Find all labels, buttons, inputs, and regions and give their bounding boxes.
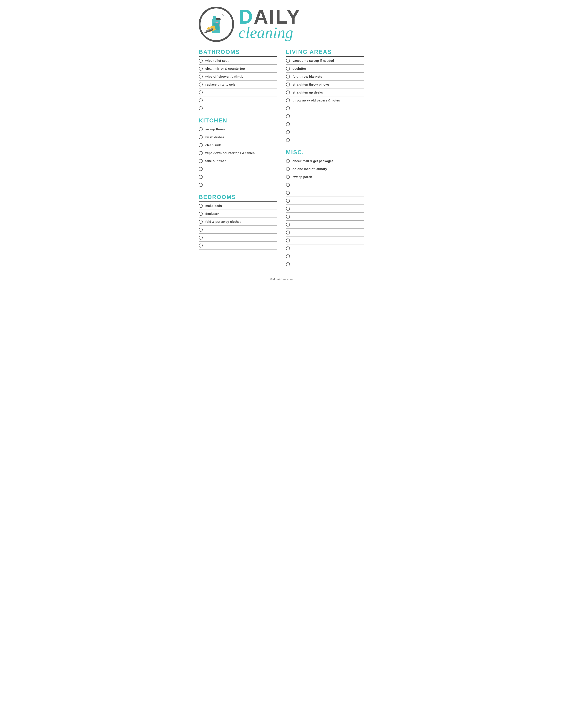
item-label <box>205 244 206 247</box>
list-item-empty <box>286 128 364 136</box>
svg-rect-1 <box>213 16 216 20</box>
checkbox[interactable] <box>286 191 290 195</box>
svg-rect-2 <box>216 18 220 20</box>
item-label: declutter <box>205 212 219 216</box>
footer: ©Mom4Real.com <box>199 278 364 281</box>
list-item: replace dirty towels <box>199 81 277 88</box>
list-item: check mail & get packages <box>286 157 364 165</box>
list-item-empty <box>199 173 277 181</box>
svg-point-3 <box>221 17 222 17</box>
checkbox[interactable] <box>286 106 290 110</box>
list-item-empty <box>199 181 277 189</box>
checkbox[interactable] <box>199 244 203 248</box>
checkbox[interactable] <box>199 135 203 139</box>
list-item: wipe toilet seat <box>199 57 277 65</box>
checkbox[interactable] <box>199 98 203 102</box>
item-label: declutter <box>293 67 306 70</box>
list-item-empty <box>199 88 277 96</box>
item-label <box>205 175 206 179</box>
list-item-empty <box>286 236 364 244</box>
item-label <box>293 114 294 118</box>
checkbox[interactable] <box>199 127 203 131</box>
checkbox[interactable] <box>286 75 290 79</box>
checkbox[interactable] <box>286 138 290 142</box>
checkbox[interactable] <box>286 122 290 126</box>
checkbox[interactable] <box>199 204 203 208</box>
list-item-empty <box>286 189 364 197</box>
item-label <box>293 223 294 226</box>
list-item: straighten up desks <box>286 88 364 96</box>
checkbox[interactable] <box>286 159 290 163</box>
list-item: throw away old papers & notes <box>286 96 364 104</box>
item-label: do one load of laundry <box>293 167 327 171</box>
item-label <box>205 107 206 110</box>
checkbox[interactable] <box>199 228 203 232</box>
list-item: declutter <box>199 210 277 218</box>
checkbox[interactable] <box>199 151 203 155</box>
section-misc: MISC. check mail & get packages do one l… <box>286 149 364 268</box>
checkbox[interactable] <box>199 167 203 171</box>
item-label: sweep porch <box>293 175 312 179</box>
item-label: throw away old papers & notes <box>293 99 340 102</box>
list-item-empty <box>286 104 364 112</box>
checkbox[interactable] <box>286 114 290 118</box>
checkbox[interactable] <box>286 67 290 71</box>
checkbox[interactable] <box>286 83 290 86</box>
section-bathrooms: BATHROOMS wipe toilet seat clean mirror … <box>199 49 277 112</box>
list-item-empty <box>286 181 364 189</box>
list-item-empty <box>286 260 364 268</box>
section-bedrooms: BEDROOMS make beds declutter fold & put … <box>199 194 277 250</box>
list-item-empty <box>286 136 364 144</box>
item-label <box>293 122 294 126</box>
checkbox[interactable] <box>199 75 203 79</box>
item-label: vaccuum / sweep if needed <box>293 59 334 62</box>
checkbox[interactable] <box>286 207 290 211</box>
checkbox[interactable] <box>199 106 203 110</box>
checkbox[interactable] <box>199 143 203 147</box>
checkbox[interactable] <box>199 159 203 163</box>
list-item-empty <box>286 197 364 205</box>
checkbox[interactable] <box>286 223 290 227</box>
item-label <box>293 130 294 134</box>
item-label: wash dishes <box>205 135 224 139</box>
bedrooms-list: make beds declutter fold & put away clot… <box>199 202 277 250</box>
item-label: fold & put away clothes <box>205 220 241 223</box>
list-item-empty <box>199 242 277 250</box>
item-label: wipe off shower /bathtub <box>205 75 243 78</box>
bathrooms-list: wipe toilet seat clean mirror & countert… <box>199 57 277 112</box>
list-item: do one load of laundry <box>286 165 364 173</box>
checkbox[interactable] <box>286 175 290 179</box>
checkbox[interactable] <box>286 98 290 102</box>
checkbox[interactable] <box>286 231 290 235</box>
checkbox[interactable] <box>199 236 203 240</box>
checkbox[interactable] <box>286 262 290 266</box>
checkbox[interactable] <box>199 83 203 86</box>
list-item: take out trash <box>199 157 277 165</box>
checkbox[interactable] <box>286 90 290 94</box>
checkbox[interactable] <box>199 220 203 224</box>
list-item-empty <box>199 165 277 173</box>
checkbox[interactable] <box>199 67 203 71</box>
list-item: wipe off shower /bathtub <box>199 73 277 81</box>
item-label: wipe down countertops & tables <box>205 151 255 155</box>
item-label <box>293 247 294 250</box>
checkbox[interactable] <box>286 199 290 203</box>
list-item: vaccuum / sweep if needed <box>286 57 364 65</box>
list-item: make beds <box>199 202 277 210</box>
checkbox[interactable] <box>286 130 290 134</box>
checkbox[interactable] <box>286 254 290 258</box>
checkbox[interactable] <box>286 59 290 63</box>
item-label: sweep floors <box>205 128 225 131</box>
checkbox[interactable] <box>199 212 203 216</box>
list-item-empty <box>199 234 277 242</box>
checkbox[interactable] <box>286 246 290 250</box>
checkbox[interactable] <box>199 183 203 187</box>
checkbox[interactable] <box>199 90 203 94</box>
checkbox[interactable] <box>286 183 290 187</box>
checkbox[interactable] <box>286 238 290 242</box>
checkbox[interactable] <box>199 175 203 179</box>
checkbox[interactable] <box>286 167 290 171</box>
checkbox[interactable] <box>286 215 290 219</box>
list-item: wipe down countertops & tables <box>199 149 277 157</box>
checkbox[interactable] <box>199 59 203 63</box>
